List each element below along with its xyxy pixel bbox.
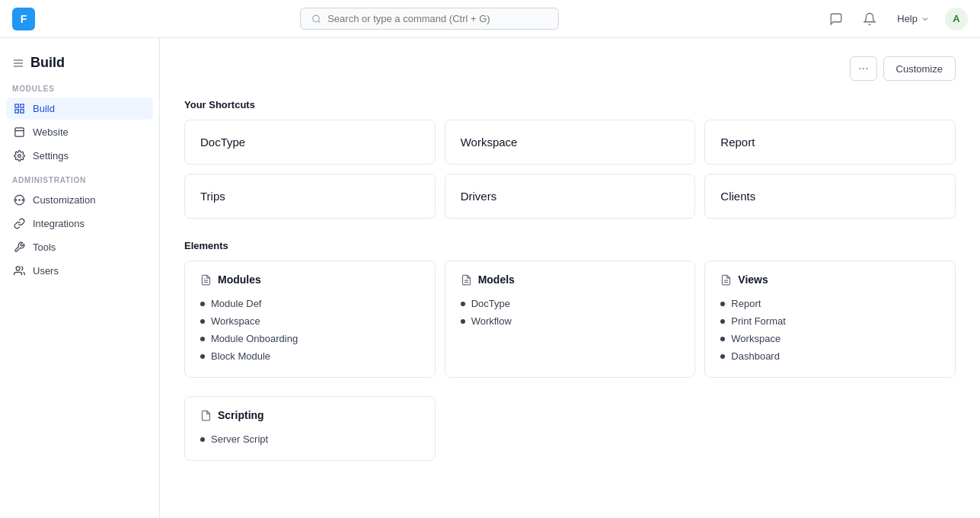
svg-point-15	[16, 267, 20, 270]
sidebar-item-build[interactable]: Build	[6, 98, 153, 120]
bullet-icon	[200, 437, 205, 442]
list-item-module-def[interactable]: Module Def	[200, 295, 420, 312]
svg-rect-6	[21, 104, 24, 107]
document-icon	[461, 274, 472, 286]
sidebar-item-settings[interactable]: Settings	[6, 145, 153, 167]
sidebar-label-build: Build	[33, 103, 55, 114]
sidebar-label-tools: Tools	[33, 241, 56, 253]
element-card-header-views: Views	[720, 273, 940, 286]
shortcuts-section-label: Your Shortcuts	[184, 99, 956, 110]
integrations-icon	[14, 218, 25, 229]
element-card-views: Views Report Print Format Workspace Dash…	[704, 261, 956, 378]
search-icon	[311, 14, 321, 24]
shortcuts-grid: DocType Workspace Report Trips Drivers C…	[184, 120, 956, 219]
svg-point-11	[18, 155, 21, 158]
bullet-icon	[720, 319, 725, 324]
list-item-module-onboarding[interactable]: Module Onboarding	[200, 330, 420, 347]
models-list: DocType Workflow	[461, 295, 680, 330]
list-item-print-format[interactable]: Print Format	[720, 312, 940, 330]
main-content: ··· Customize Your Shortcuts DocType Wor…	[160, 38, 980, 518]
svg-rect-7	[21, 110, 24, 113]
more-options-button[interactable]: ···	[850, 56, 876, 81]
chat-icon	[829, 12, 843, 26]
list-item-doctype[interactable]: DocType	[461, 295, 680, 312]
svg-point-0	[313, 15, 320, 22]
topnav-left: F	[12, 8, 35, 30]
list-item-server-script[interactable]: Server Script	[200, 430, 420, 448]
shortcut-clients[interactable]: Clients	[704, 174, 956, 219]
bullet-icon	[200, 354, 205, 359]
notifications-button[interactable]	[857, 7, 882, 31]
svg-rect-9	[15, 128, 24, 136]
search-bar[interactable]	[300, 8, 559, 30]
elements-section-label: Elements	[184, 240, 956, 251]
customization-icon	[14, 194, 25, 206]
shortcut-workspace[interactable]: Workspace	[445, 120, 696, 165]
document-icon	[720, 274, 732, 286]
elements-grid: Modules Module Def Workspace Module Onbo…	[184, 261, 956, 378]
bullet-icon	[200, 337, 205, 341]
help-label: Help	[897, 13, 918, 24]
chevron-down-icon	[921, 14, 930, 24]
svg-point-14	[16, 200, 17, 200]
element-card-header-models: Models	[461, 273, 680, 286]
bullet-icon	[461, 319, 465, 324]
avatar[interactable]: A	[945, 8, 968, 30]
sidebar-label-website: Website	[33, 126, 69, 138]
users-icon	[14, 265, 25, 277]
sidebar-label-integrations: Integrations	[33, 218, 85, 229]
help-button[interactable]: Help	[891, 10, 936, 27]
bullet-icon	[720, 337, 725, 341]
svg-point-13	[22, 200, 23, 200]
sidebar-item-customization[interactable]: Customization	[6, 189, 153, 211]
bullet-icon	[720, 302, 725, 306]
views-list: Report Print Format Workspace Dashboard	[720, 295, 940, 365]
bullet-icon	[461, 302, 465, 306]
element-card-models: Models DocType Workflow	[445, 261, 696, 378]
sidebar: Build MODULES Build Website Settings ADM…	[0, 38, 160, 518]
document-icon	[200, 410, 212, 421]
sidebar-item-website[interactable]: Website	[6, 121, 153, 143]
models-card-title: Models	[478, 273, 515, 286]
element-card-scripting: Scripting Server Script	[184, 396, 436, 461]
chat-button[interactable]	[824, 7, 848, 31]
document-icon	[200, 274, 212, 286]
svg-rect-5	[15, 104, 18, 107]
website-icon	[14, 126, 25, 138]
list-item-workspace[interactable]: Workspace	[200, 312, 420, 330]
svg-line-1	[318, 21, 320, 22]
customize-button[interactable]: Customize	[883, 56, 956, 81]
shortcut-drivers[interactable]: Drivers	[445, 174, 696, 219]
topnav-right: Help A	[824, 7, 968, 31]
sidebar-label-settings: Settings	[33, 150, 69, 161]
modules-card-title: Modules	[218, 273, 261, 286]
shortcut-report[interactable]: Report	[704, 120, 956, 165]
shortcut-doctype[interactable]: DocType	[184, 120, 436, 165]
list-item-dashboard[interactable]: Dashboard	[720, 347, 940, 365]
list-item-workflow[interactable]: Workflow	[461, 312, 680, 330]
sidebar-item-tools[interactable]: Tools	[6, 236, 153, 258]
sidebar-label-users: Users	[33, 265, 59, 277]
shortcut-trips[interactable]: Trips	[184, 174, 436, 219]
layout: Build MODULES Build Website Settings ADM…	[0, 38, 980, 518]
tools-icon	[14, 241, 25, 253]
sidebar-label-customization: Customization	[33, 194, 95, 206]
scripting-card-title: Scripting	[218, 409, 264, 421]
sidebar-item-users[interactable]: Users	[6, 260, 153, 282]
bullet-icon	[200, 319, 205, 324]
sidebar-item-integrations[interactable]: Integrations	[6, 213, 153, 235]
scripting-list: Server Script	[200, 430, 420, 448]
list-item-report[interactable]: Report	[720, 295, 940, 312]
app-logo[interactable]: F	[12, 8, 35, 30]
views-card-title: Views	[738, 273, 768, 286]
list-item-block-module[interactable]: Block Module	[200, 347, 420, 365]
hamburger-icon[interactable]	[12, 57, 24, 69]
search-input[interactable]	[327, 13, 547, 24]
modules-section-label: MODULES	[6, 85, 153, 98]
list-item-workspace-view[interactable]: Workspace	[720, 330, 940, 347]
bullet-icon	[200, 302, 205, 306]
bell-icon	[863, 12, 876, 26]
element-card-header-modules: Modules	[200, 273, 420, 286]
element-card-header-scripting: Scripting	[200, 409, 420, 421]
page-header: ··· Customize	[184, 56, 956, 81]
